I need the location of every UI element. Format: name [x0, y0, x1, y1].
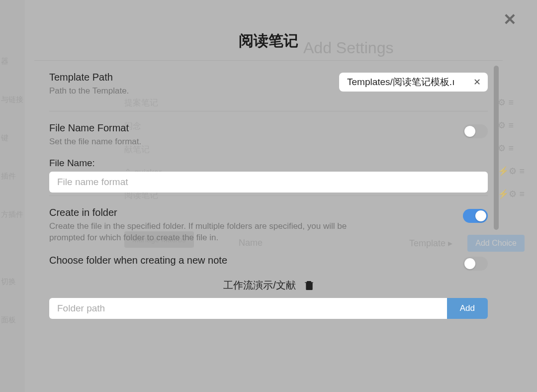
- folder-add-row: Add: [49, 298, 488, 319]
- setting-control: [463, 207, 488, 223]
- choose-folder-label: Choose folder when creating a new note: [49, 255, 453, 266]
- modal-title: 阅读笔记: [49, 31, 488, 51]
- setting-info: Create in folder Create the file in the …: [49, 207, 453, 244]
- add-folder-button[interactable]: Add: [447, 298, 488, 319]
- toggle-knob: [475, 210, 486, 221]
- scrollbar[interactable]: [494, 66, 499, 230]
- file-name-format-desc: Set the file name format.: [49, 136, 367, 148]
- create-in-folder-row: Create in folder Create the file in the …: [49, 196, 488, 252]
- file-name-format-section: File Name Format Set the file name forma…: [49, 111, 488, 196]
- setting-info: File Name Format Set the file name forma…: [49, 122, 463, 148]
- choose-folder-row: Choose folder when creating a new note: [49, 252, 488, 274]
- file-name-sublabel: File Name:: [49, 158, 488, 169]
- modal-overlay: ✕ 阅读笔记 Template Path Path to the Templat…: [0, 0, 537, 392]
- settings-modal: ✕ 阅读笔记 Template Path Path to the Templat…: [33, 31, 504, 319]
- setting-control: [463, 255, 488, 271]
- create-in-folder-label: Create in folder: [49, 207, 453, 218]
- clear-icon[interactable]: ✕: [471, 77, 483, 88]
- template-path-row: Template Path Path to the Template. ✕: [49, 61, 488, 111]
- folder-item-row: 工作流演示/文献: [49, 279, 488, 292]
- create-in-folder-desc: Create the file in the specified folder.…: [49, 220, 367, 244]
- toggle-knob: [464, 258, 475, 269]
- setting-control: ✕: [339, 72, 488, 92]
- setting-control: [463, 122, 488, 138]
- folder-item-name: 工作流演示/文献: [223, 279, 296, 292]
- file-name-format-toggle[interactable]: [463, 124, 488, 138]
- template-path-desc: Path to the Template.: [49, 85, 329, 97]
- setting-info: Template Path Path to the Template.: [49, 72, 329, 97]
- toggle-knob: [464, 126, 475, 137]
- file-name-input[interactable]: [49, 172, 488, 193]
- close-icon[interactable]: ✕: [503, 10, 517, 29]
- template-path-input-wrap: ✕: [339, 73, 488, 92]
- choose-folder-toggle[interactable]: [463, 257, 488, 271]
- template-path-input[interactable]: [347, 77, 466, 88]
- folder-path-input[interactable]: [49, 298, 447, 319]
- template-path-label: Template Path: [49, 72, 329, 83]
- create-in-folder-toggle[interactable]: [463, 209, 488, 223]
- trash-icon[interactable]: [305, 281, 314, 291]
- setting-info: Choose folder when creating a new note: [49, 255, 453, 268]
- file-name-format-label: File Name Format: [49, 122, 463, 134]
